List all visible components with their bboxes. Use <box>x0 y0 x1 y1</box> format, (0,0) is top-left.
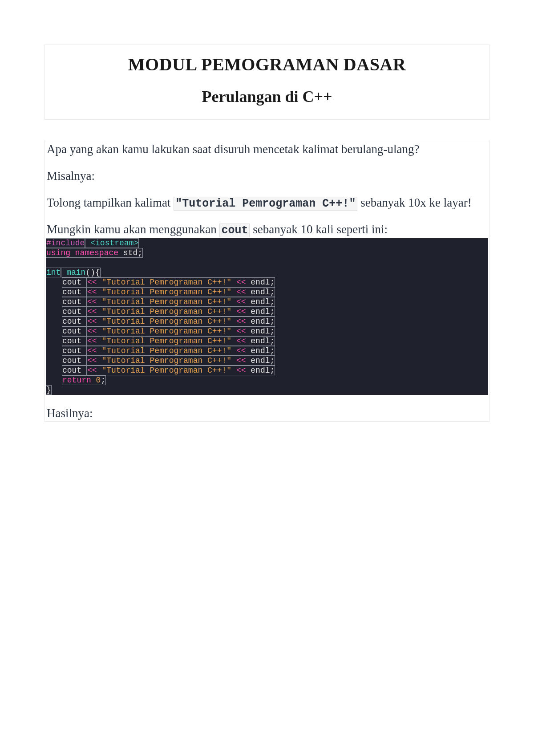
token-cout: cout <box>62 278 86 287</box>
paragraph-cout-lead: Mungkin kamu akan menggunakan cout seban… <box>47 222 488 237</box>
token-endl: endl <box>246 288 270 297</box>
token-string: "Tutorial Pemrograman C++!" <box>97 337 236 345</box>
token-operator: << <box>236 356 246 365</box>
document-title: MODUL PEMOGRAMAN DASAR <box>58 54 476 75</box>
token-string: "Tutorial Pemrograman C++!" <box>97 288 236 297</box>
code-line-close: } <box>46 385 488 395</box>
token-cout: cout <box>62 317 86 326</box>
text-fragment: sebanyak 10x ke layar! <box>357 196 471 209</box>
token-cout: cout <box>62 346 86 355</box>
token-operator: << <box>87 297 97 306</box>
token-operator: << <box>87 288 97 297</box>
text-fragment: Mungkin kamu akan menggunakan <box>47 223 219 236</box>
token-preprocessor: #include <box>46 239 85 248</box>
token-operator: << <box>87 346 97 355</box>
content-block: Apa yang akan kamu lakukan saat disuruh … <box>44 140 490 422</box>
token-cout: cout <box>62 297 86 306</box>
paragraph-result-label: Hasilnya: <box>47 406 488 420</box>
token-endl: endl <box>246 327 270 336</box>
token-function: main <box>61 268 85 277</box>
token-endl: endl <box>246 278 270 287</box>
token-operator: << <box>236 337 246 345</box>
code-line-using: using namespace std; <box>46 248 488 258</box>
token-punct: ; <box>270 337 275 345</box>
token-operator: << <box>87 278 97 287</box>
token-endl: endl <box>246 297 270 306</box>
token-cout: cout <box>62 366 86 375</box>
code-line-blank <box>46 258 488 268</box>
code-line-cout: cout << "Tutorial Pemrograman C++!" << e… <box>46 287 488 297</box>
token-punct: (){ <box>85 268 100 277</box>
code-line-cout: cout << "Tutorial Pemrograman C++!" << e… <box>46 297 488 307</box>
token-punct: ; <box>270 366 275 375</box>
token-operator: << <box>236 346 246 355</box>
token-operator: << <box>236 297 246 306</box>
token-identifier: std <box>118 248 138 257</box>
token-cout: cout <box>62 288 86 297</box>
token-operator: << <box>87 317 97 326</box>
token-punct: } <box>46 386 51 394</box>
token-keyword: namespace <box>70 248 118 257</box>
token-endl: endl <box>246 337 270 345</box>
token-punct: ; <box>270 278 275 287</box>
code-line-cout: cout << "Tutorial Pemrograman C++!" << e… <box>46 317 488 326</box>
code-line-cout: cout << "Tutorial Pemrograman C++!" << e… <box>46 336 488 346</box>
token-header: <iostream> <box>85 239 138 248</box>
token-cout: cout <box>62 337 86 345</box>
token-string: "Tutorial Pemrograman C++!" <box>97 297 236 306</box>
token-operator: << <box>87 327 97 336</box>
token-string: "Tutorial Pemrograman C++!" <box>97 366 236 375</box>
code-line-return: return 0; <box>46 375 488 385</box>
inline-code-string: "Tutorial Pemrograman C++!" <box>174 197 357 211</box>
token-string: "Tutorial Pemrograman C++!" <box>97 356 236 365</box>
code-block: #include <iostream> using namespace std;… <box>46 238 488 395</box>
token-punct: ; <box>270 356 275 365</box>
token-punct: ; <box>270 327 275 336</box>
token-operator: << <box>87 337 97 345</box>
code-line-main: int main(){ <box>46 268 488 277</box>
code-line-cout: cout << "Tutorial Pemrograman C++!" << e… <box>46 307 488 317</box>
header-block: MODUL PEMOGRAMAN DASAR Perulangan di C++ <box>44 45 490 120</box>
token-cout: cout <box>62 307 86 316</box>
token-operator: << <box>87 307 97 316</box>
token-endl: endl <box>246 356 270 365</box>
document-subtitle: Perulangan di C++ <box>58 87 476 106</box>
token-endl: endl <box>246 317 270 326</box>
token-cout: cout <box>62 327 86 336</box>
document-page: MODUL PEMOGRAMAN DASAR Perulangan di C++… <box>0 0 534 422</box>
paragraph-intro: Apa yang akan kamu lakukan saat disuruh … <box>47 142 488 157</box>
inline-code-cout: cout <box>219 224 250 237</box>
token-operator: << <box>236 278 246 287</box>
token-operator: << <box>236 327 246 336</box>
token-punct: ; <box>270 307 275 316</box>
paragraph-example-label: Misalnya: <box>47 169 488 184</box>
code-line-cout: cout << "Tutorial Pemrograman C++!" << e… <box>46 366 488 375</box>
token-string: "Tutorial Pemrograman C++!" <box>97 327 236 336</box>
token-punct: ; <box>270 288 275 297</box>
code-line-cout: cout << "Tutorial Pemrograman C++!" << e… <box>46 356 488 366</box>
token-string: "Tutorial Pemrograman C++!" <box>97 317 236 326</box>
token-string: "Tutorial Pemrograman C++!" <box>97 307 236 316</box>
code-line-cout: cout << "Tutorial Pemrograman C++!" << e… <box>46 326 488 336</box>
token-cout: cout <box>62 356 86 365</box>
token-operator: << <box>236 317 246 326</box>
token-operator: << <box>87 356 97 365</box>
token-endl: endl <box>246 346 270 355</box>
token-endl: endl <box>246 307 270 316</box>
token-type: int <box>46 268 61 277</box>
token-punct: ; <box>270 346 275 355</box>
token-punct: ; <box>138 248 142 257</box>
token-punct: ; <box>270 317 275 326</box>
code-line-cout: cout << "Tutorial Pemrograman C++!" << e… <box>46 346 488 356</box>
paragraph-instruction: Tolong tampilkan kalimat "Tutorial Pemro… <box>47 195 488 211</box>
token-punct: ; <box>270 297 275 306</box>
token-operator: << <box>236 366 246 375</box>
token-operator: << <box>87 366 97 375</box>
token-keyword: return <box>62 376 91 385</box>
token-keyword: using <box>46 248 70 257</box>
text-fragment: Tolong tampilkan kalimat <box>47 196 174 209</box>
token-operator: << <box>236 307 246 316</box>
token-operator: << <box>236 288 246 297</box>
text-fragment: sebanyak 10 kali seperti ini: <box>250 223 388 236</box>
token-punct: ; <box>101 376 105 385</box>
